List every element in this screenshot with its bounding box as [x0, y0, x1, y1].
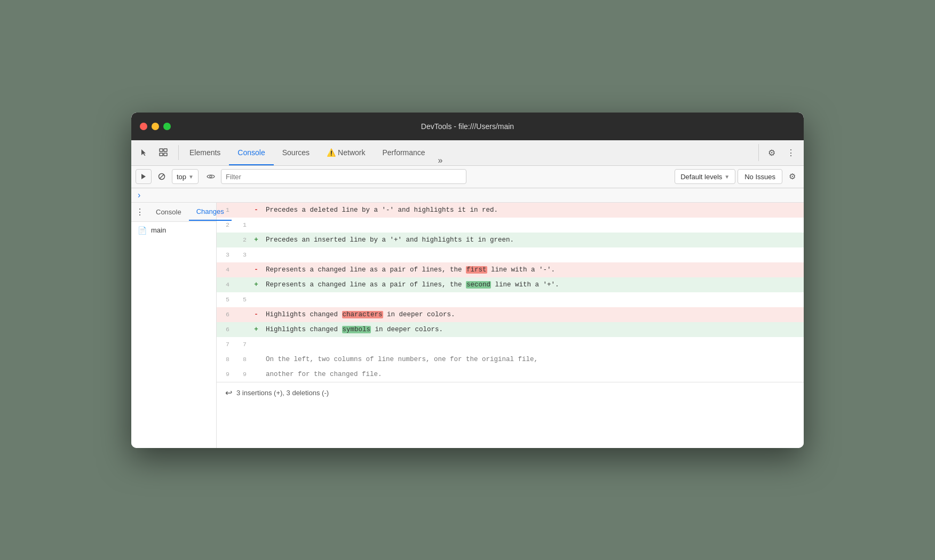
diff-marker — [251, 337, 262, 352]
eye-icon[interactable] — [203, 169, 219, 184]
diff-footer: ↩ 3 insertions (+), 3 deletions (-) — [217, 382, 804, 403]
table-row: 2 1 — [217, 218, 804, 233]
console-settings-icon[interactable]: ⚙ — [785, 169, 799, 184]
console-toolbar: top ▼ Default levels ▼ No Issues ⚙ — [131, 166, 804, 188]
line-num-orig: 4 — [217, 277, 234, 292]
tab-elements[interactable]: Elements — [181, 140, 229, 165]
top-context-dropdown[interactable]: top ▼ — [172, 169, 199, 184]
toolbar-icons — [136, 144, 172, 161]
maximize-button[interactable] — [163, 123, 171, 130]
line-num-new: 7 — [234, 337, 251, 352]
minimize-button[interactable] — [152, 123, 159, 130]
no-issues-button[interactable]: No Issues — [738, 169, 782, 184]
diff-content: Highlights changed symbols in deeper col… — [262, 322, 804, 337]
diff-content — [262, 218, 804, 233]
svg-point-7 — [210, 175, 212, 178]
table-row: 6 - Highlights changed characters in dee… — [217, 307, 804, 322]
tab-performance[interactable]: Performance — [374, 140, 433, 165]
warning-icon: ⚠️ — [327, 148, 336, 157]
table-row: 9 9 another for the changed file. — [217, 367, 804, 382]
diff-marker — [251, 367, 262, 382]
line-num-orig: 4 — [217, 262, 234, 277]
undo-icon[interactable]: ↩ — [225, 388, 232, 398]
line-num-orig: 6 — [217, 307, 234, 322]
line-num-new: 1 — [234, 218, 251, 233]
highlight-del: first — [466, 266, 487, 274]
svg-line-6 — [160, 174, 164, 179]
play-button[interactable] — [136, 169, 152, 184]
diff-marker — [251, 247, 262, 262]
table-row: 3 3 — [217, 247, 804, 262]
sidebar-item-main[interactable]: 📄 main — [131, 222, 216, 239]
table-row: 1 - Precedes a deleted line by a '-' and… — [217, 203, 804, 218]
block-icon[interactable] — [154, 169, 170, 184]
diff-area: 1 - Precedes a deleted line by a '-' and… — [217, 203, 804, 448]
main-content: ⋮ Console Changes × 📄 main — [131, 203, 804, 448]
file-icon: 📄 — [138, 226, 147, 235]
diff-content: Precedes an inserted line by a '+' and h… — [262, 233, 804, 247]
line-num-new: 8 — [234, 352, 251, 367]
diff-marker: + — [251, 322, 262, 337]
diff-marker — [251, 292, 262, 307]
line-num-new: 5 — [234, 292, 251, 307]
diff-content — [262, 247, 804, 262]
highlight-del: characters — [342, 311, 383, 318]
more-options-icon[interactable]: ⋮ — [782, 144, 799, 161]
tab-sources[interactable]: Sources — [274, 140, 318, 165]
line-num-orig: 8 — [217, 352, 234, 367]
diff-content: Highlights changed characters in deeper … — [262, 307, 804, 322]
panel-more-icon[interactable]: ⋮ — [131, 203, 148, 221]
console-arrow-indicator: › — [131, 188, 804, 203]
toolbar-right: ⚙ ⋮ — [758, 144, 799, 161]
table-row: 5 5 — [217, 292, 804, 307]
filter-input[interactable] — [221, 169, 466, 184]
line-num-new — [234, 203, 251, 218]
table-row: 4 - Represents a changed line as a pair … — [217, 262, 804, 277]
diff-marker: - — [251, 307, 262, 322]
table-row: 7 7 — [217, 337, 804, 352]
diff-marker — [251, 352, 262, 367]
svg-rect-2 — [160, 153, 163, 156]
svg-rect-3 — [164, 153, 167, 156]
table-row: 6 + Highlights changed symbols in deeper… — [217, 322, 804, 337]
table-row: 2 + Precedes an inserted line by a '+' a… — [217, 233, 804, 247]
diff-content: On the left, two columns of line numbers… — [262, 352, 804, 367]
highlight-ins: second — [466, 281, 491, 289]
line-num-orig: 3 — [217, 247, 234, 262]
table-row: 8 8 On the left, two columns of line num… — [217, 352, 804, 367]
line-num-new: 2 — [234, 233, 251, 247]
diff-marker: - — [251, 203, 262, 218]
diff-marker: + — [251, 277, 262, 292]
line-num-new — [234, 307, 251, 322]
diff-marker: - — [251, 262, 262, 277]
traffic-lights — [140, 123, 171, 130]
tab-changes-panel[interactable]: Changes — [189, 203, 232, 221]
tab-console[interactable]: Console — [229, 140, 273, 165]
line-num-orig: 9 — [217, 367, 234, 382]
main-tabs: Elements Console Sources ⚠️ Network Perf… — [181, 140, 754, 165]
diff-table: 1 - Precedes a deleted line by a '-' and… — [217, 203, 804, 382]
line-num-orig: 6 — [217, 322, 234, 337]
line-num-orig: 7 — [217, 337, 234, 352]
close-button[interactable] — [140, 123, 147, 130]
more-tabs-button[interactable]: » — [434, 156, 447, 165]
svg-rect-0 — [160, 149, 163, 151]
divider — [178, 145, 179, 160]
diff-content — [262, 337, 804, 352]
highlight-ins: symbols — [342, 326, 371, 333]
line-num-new: 3 — [234, 247, 251, 262]
tab-network[interactable]: ⚠️ Network — [318, 140, 374, 165]
sidebar-panel: ⋮ Console Changes × 📄 main — [131, 203, 217, 448]
diff-content: Represents a changed line as a pair of l… — [262, 277, 804, 292]
settings-icon[interactable]: ⚙ — [763, 144, 780, 161]
inspect-icon[interactable] — [155, 144, 172, 161]
line-num-orig — [217, 233, 234, 247]
cursor-icon[interactable] — [136, 144, 153, 161]
line-num-new — [234, 322, 251, 337]
svg-marker-4 — [141, 174, 146, 179]
tab-console-panel[interactable]: Console — [148, 204, 189, 220]
title-bar: DevTools - file:///Users/main — [131, 113, 804, 140]
window-title: DevTools - file:///Users/main — [421, 122, 514, 131]
devtools-window: DevTools - file:///Users/main — [131, 113, 804, 448]
default-levels-dropdown[interactable]: Default levels ▼ — [675, 169, 735, 184]
